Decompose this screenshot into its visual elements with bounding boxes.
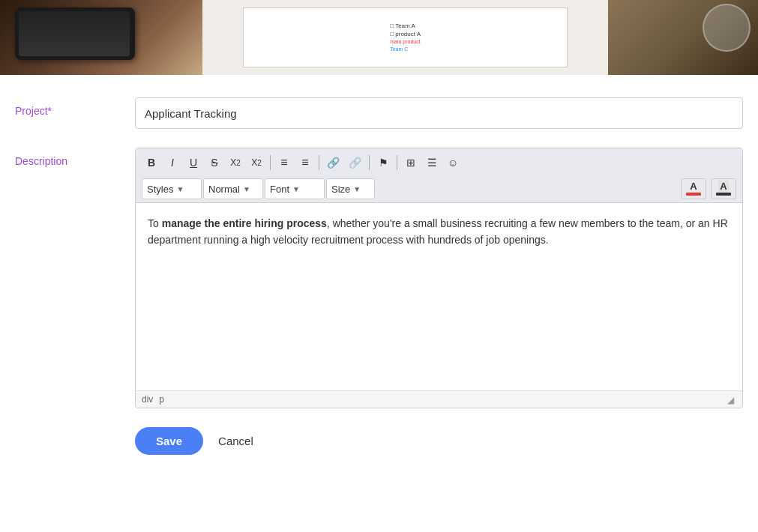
description-label: Description (15, 148, 135, 167)
normal-arrow: ▼ (243, 185, 250, 193)
strikethrough-button[interactable]: S (205, 153, 224, 172)
header-image: □ Team A □ product A main product Team C (0, 0, 758, 75)
editor-footer: div p ◢ (136, 390, 742, 408)
header-right-image (608, 0, 758, 75)
editor-toolbar: B I U S X2 X2 ≡ ≡ 🔗 🔗 ⚑ ⊞ ☰ (136, 148, 742, 203)
flag-button[interactable]: ⚑ (373, 153, 393, 172)
editor-text-plain: To (148, 217, 162, 229)
styles-arrow: ▼ (176, 185, 184, 193)
save-button[interactable]: Save (135, 427, 203, 455)
form-area: Project* Description B I U S X2 X2 ≡ (0, 75, 758, 470)
divider-2 (319, 155, 319, 170)
bg-color-label: A (718, 181, 728, 192)
editor-paragraph: To manage the entire hiring process, whe… (148, 215, 730, 249)
subscript-button[interactable]: X2 (226, 153, 245, 172)
font-arrow: ▼ (292, 185, 300, 193)
emoji-button[interactable]: ☺ (443, 153, 463, 172)
styles-dropdown[interactable]: Styles ▼ (142, 178, 202, 199)
font-color-button[interactable]: A (681, 178, 706, 199)
size-label: Size (331, 184, 350, 195)
link-button[interactable]: 🔗 (323, 153, 343, 172)
unlink-button[interactable]: 🔗 (345, 153, 365, 172)
normal-dropdown[interactable]: Normal ▼ (203, 178, 263, 199)
cancel-button[interactable]: Cancel (218, 435, 253, 447)
bold-button[interactable]: B (142, 153, 161, 172)
ordered-list-button[interactable]: ≡ (274, 153, 294, 172)
header-center-image: □ Team A □ product A main product Team C (202, 0, 608, 75)
footer-tag-p: p (159, 394, 164, 405)
superscript-button[interactable]: X2 (247, 153, 266, 172)
divider-4 (397, 155, 397, 170)
font-dropdown[interactable]: Font ▼ (265, 178, 325, 199)
align-button[interactable]: ☰ (422, 153, 442, 172)
table-button[interactable]: ⊞ (401, 153, 421, 172)
divider-1 (270, 155, 271, 170)
divider-3 (369, 155, 370, 170)
editor-content[interactable]: To manage the entire hiring process, whe… (136, 203, 742, 390)
project-label: Project* (15, 97, 135, 117)
unordered-list-button[interactable]: ≡ (295, 153, 315, 172)
description-row: Description B I U S X2 X2 ≡ ≡ 🔗 � (15, 148, 743, 408)
normal-label: Normal (208, 184, 240, 195)
resize-handle[interactable]: ◢ (727, 395, 736, 404)
footer-tag-div: div (142, 394, 153, 405)
toolbar-row-1: B I U S X2 X2 ≡ ≡ 🔗 🔗 ⚑ ⊞ ☰ (142, 153, 736, 175)
bg-color-button[interactable]: A (711, 178, 736, 199)
font-color-indicator (686, 193, 701, 196)
editor-container: B I U S X2 X2 ≡ ≡ 🔗 🔗 ⚑ ⊞ ☰ (135, 148, 743, 408)
action-row: Save Cancel (15, 427, 743, 455)
toolbar-row-2: Styles ▼ Normal ▼ Font ▼ Size ▼ (142, 178, 736, 202)
size-dropdown[interactable]: Size ▼ (326, 178, 375, 199)
project-row: Project* (15, 97, 743, 129)
font-color-label: A (690, 181, 697, 192)
font-label: Font (270, 184, 289, 195)
size-arrow: ▼ (353, 185, 361, 193)
underline-button[interactable]: U (184, 153, 203, 172)
project-input[interactable] (135, 97, 743, 129)
bg-color-indicator (716, 193, 731, 196)
footer-tags: div p (142, 394, 164, 405)
styles-label: Styles (147, 184, 173, 195)
header-left-image (0, 0, 202, 75)
italic-button[interactable]: I (163, 153, 182, 172)
editor-text-bold: manage the entire hiring process (162, 217, 327, 229)
